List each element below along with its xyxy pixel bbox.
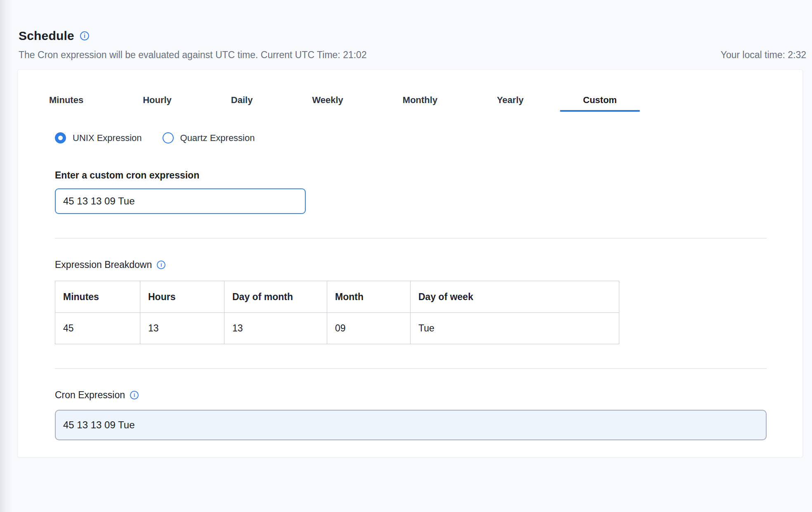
schedule-card: Minutes Hourly Daily Weekly Monthly Year… <box>17 69 803 458</box>
radio-unix-expression[interactable]: UNIX Expression <box>55 132 142 143</box>
radio-quartz-label[interactable]: Quartz Expression <box>180 133 255 143</box>
cell-day-of-month: 13 <box>224 313 327 344</box>
tab-yearly[interactable]: Yearly <box>474 89 547 112</box>
custom-cron-label: Enter a custom cron expression <box>55 170 765 181</box>
page-header: Schedule i The Cron expression will be e… <box>0 0 812 61</box>
radio-selected-icon[interactable] <box>55 132 66 143</box>
cron-expression-info-icon[interactable]: i <box>130 391 139 399</box>
breakdown-info-icon[interactable]: i <box>157 261 165 269</box>
schedule-info-icon[interactable]: i <box>80 31 89 40</box>
cell-minutes: 45 <box>55 313 140 344</box>
radio-quartz-expression[interactable]: Quartz Expression <box>163 132 255 143</box>
left-edge-shadow <box>0 0 14 512</box>
divider <box>55 238 767 239</box>
expression-breakdown-table: Minutes Hours Day of month Month Day of … <box>55 281 619 344</box>
table-header-row: Minutes Hours Day of month Month Day of … <box>55 281 619 313</box>
cron-expression-title: Cron Expression <box>55 390 125 401</box>
expression-type-radio-group: UNIX Expression Quartz Expression <box>55 132 765 143</box>
cell-month: 09 <box>327 313 411 344</box>
custom-cron-input[interactable] <box>55 188 306 214</box>
radio-unix-label[interactable]: UNIX Expression <box>73 133 142 143</box>
col-header-day-of-week: Day of week <box>411 281 619 313</box>
tab-custom[interactable]: Custom <box>560 89 640 112</box>
tab-minutes[interactable]: Minutes <box>26 89 106 112</box>
col-header-day-of-month: Day of month <box>224 281 327 313</box>
tab-monthly[interactable]: Monthly <box>380 89 460 112</box>
tab-daily[interactable]: Daily <box>208 89 276 112</box>
col-header-minutes: Minutes <box>55 281 140 313</box>
cell-hours: 13 <box>140 313 224 344</box>
divider <box>55 368 767 369</box>
page-title: Schedule <box>19 29 74 43</box>
col-header-hours: Hours <box>140 281 224 313</box>
tab-hourly[interactable]: Hourly <box>120 89 195 112</box>
tab-weekly[interactable]: Weekly <box>289 89 366 112</box>
cell-day-of-week: Tue <box>411 313 619 344</box>
utc-time-description: The Cron expression will be evaluated ag… <box>19 49 367 61</box>
expression-breakdown-title: Expression Breakdown <box>55 259 152 270</box>
local-time-text: Your local time: 2:32 <box>720 49 806 61</box>
radio-unselected-icon[interactable] <box>163 132 174 143</box>
col-header-month: Month <box>327 281 411 313</box>
table-value-row: 45 13 13 09 Tue <box>55 313 619 344</box>
schedule-tabs: Minutes Hourly Daily Weekly Monthly Year… <box>26 70 765 112</box>
cron-expression-readonly-field[interactable] <box>55 410 767 440</box>
